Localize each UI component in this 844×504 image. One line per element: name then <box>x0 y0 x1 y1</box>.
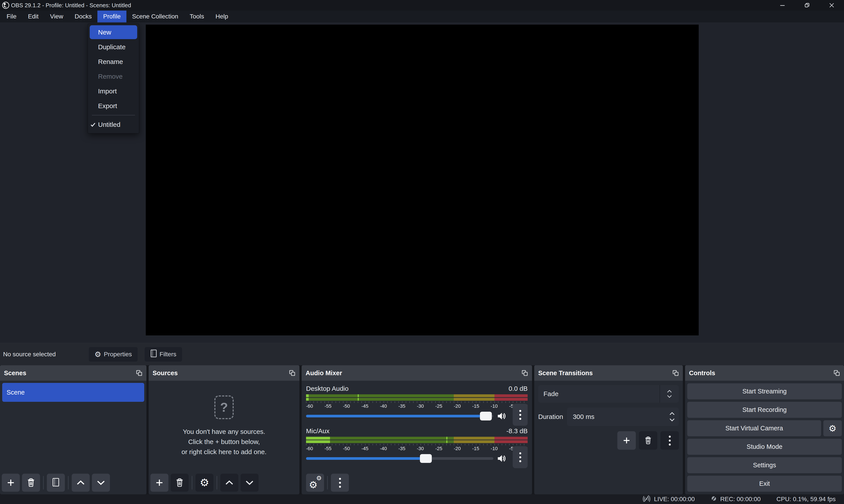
volume-slider[interactable] <box>306 457 493 460</box>
toolbar-separator <box>327 476 328 489</box>
scenes-panel-title: Scenes <box>4 370 26 377</box>
channel-options-button[interactable] <box>513 404 528 426</box>
restore-button[interactable] <box>795 0 820 11</box>
volume-slider[interactable] <box>306 415 493 417</box>
advanced-audio-button[interactable]: ⚙⚙ <box>306 474 324 492</box>
gears-icon: ⚙⚙ <box>309 477 321 488</box>
preview-canvas[interactable] <box>146 24 699 336</box>
window-controls <box>770 0 844 11</box>
transition-select[interactable]: Fade <box>538 385 679 403</box>
menu-help[interactable]: Help <box>210 11 234 22</box>
meter-scale-label: -35 <box>398 446 406 451</box>
meter-scale-label: -20 <box>454 446 461 451</box>
mixer-options-button[interactable] <box>331 474 349 492</box>
remove-source-button[interactable] <box>170 474 188 492</box>
chevron-down-icon <box>667 395 672 398</box>
minimize-button[interactable] <box>770 0 795 11</box>
move-source-down-button[interactable] <box>240 474 258 492</box>
meter-scale-label: -50 <box>343 446 350 451</box>
meter-scale-label: -50 <box>343 403 350 409</box>
kebab-icon <box>519 410 521 420</box>
select-spinner[interactable] <box>660 385 679 403</box>
chevron-up-icon <box>667 390 672 393</box>
obs-window: { "colors": { "accent": "#2f55c4", "mete… <box>0 0 844 504</box>
profile-menu-rename[interactable]: Rename <box>88 54 139 69</box>
studio-mode-button[interactable]: Studio Mode <box>687 439 842 455</box>
remove-transition-button[interactable] <box>639 431 657 450</box>
add-transition-button[interactable] <box>617 431 636 450</box>
remove-scene-button[interactable] <box>22 474 40 492</box>
add-source-button[interactable] <box>150 474 168 492</box>
meter-scale-label: -45 <box>361 403 369 409</box>
controls-body: Start Streaming Start Recording Start Vi… <box>685 381 844 494</box>
move-source-up-button[interactable] <box>220 474 238 492</box>
profile-menu-export[interactable]: Export <box>88 98 139 113</box>
volume-slider-handle[interactable] <box>480 412 492 420</box>
popout-icon[interactable] <box>521 370 528 376</box>
spinbox-arrows[interactable] <box>669 412 675 421</box>
move-scene-up-button[interactable] <box>72 474 90 492</box>
start-streaming-button[interactable]: Start Streaming <box>687 383 842 399</box>
mixer-channel-mic-aux: Mic/Aux -8.3 dB -60-55-50-45-40-35-30-25… <box>306 427 528 464</box>
sources-toolbar: ⚙ <box>149 471 300 494</box>
kebab-icon <box>669 436 671 446</box>
audio-mixer-title: Audio Mixer <box>306 370 342 377</box>
channel-level-db: 0.0 dB <box>508 385 528 392</box>
channel-options-button[interactable] <box>513 446 528 468</box>
meter-scale-label: -45 <box>361 446 369 451</box>
current-profile-label: Untitled <box>98 121 121 128</box>
scene-filters-button[interactable] <box>47 474 65 492</box>
scene-list-item[interactable]: Scene <box>2 383 144 402</box>
close-button[interactable] <box>820 0 844 11</box>
popout-icon[interactable] <box>833 370 840 376</box>
speaker-icon[interactable] <box>497 412 506 420</box>
audio-mixer-panel: Audio Mixer Desktop Audio 0.0 dB <box>302 365 532 494</box>
start-virtual-camera-button[interactable]: Start Virtual Camera <box>687 420 821 436</box>
chevron-down-icon <box>669 418 675 421</box>
move-scene-down-button[interactable] <box>92 474 110 492</box>
meter-scale-label: -20 <box>454 403 461 409</box>
start-recording-button[interactable]: Start Recording <box>687 402 842 418</box>
sources-list[interactable]: ? You don't have any sources. Click the … <box>149 381 300 494</box>
transition-options-button[interactable] <box>661 431 679 450</box>
profile-menu-current-profile[interactable]: Untitled <box>88 117 139 132</box>
menu-profile[interactable]: Profile <box>97 11 126 22</box>
menu-file[interactable]: File <box>1 11 22 22</box>
speaker-icon[interactable] <box>497 454 506 463</box>
mixer-toolbar: ⚙⚙ <box>306 471 528 494</box>
profile-menu-import[interactable]: Import <box>88 84 139 98</box>
volume-meter: -60-55-50-45-40-35-30-25-20-15-10-50 <box>306 437 528 452</box>
popout-icon[interactable] <box>136 370 142 376</box>
empty-state-line: or right click here to add one. <box>182 447 267 457</box>
profile-menu-popup: New Duplicate Rename Remove Import Expor… <box>88 24 139 133</box>
meter-scale-label: -25 <box>435 446 442 451</box>
filters-button[interactable]: Filters <box>145 347 182 362</box>
duration-spinbox[interactable]: 300 ms <box>567 408 679 426</box>
menu-docks[interactable]: Docks <box>69 11 97 22</box>
profile-menu-duplicate[interactable]: Duplicate <box>88 39 139 54</box>
meter-scale-label: -10 <box>491 403 498 409</box>
add-scene-button[interactable] <box>2 474 20 492</box>
source-properties-button[interactable]: ⚙ <box>195 474 214 492</box>
menu-edit[interactable]: Edit <box>22 11 44 22</box>
profile-menu-new[interactable]: New <box>90 25 137 39</box>
chevron-up-icon <box>225 480 233 485</box>
menu-tools[interactable]: Tools <box>184 11 210 22</box>
volume-slider-handle[interactable] <box>420 454 432 463</box>
menu-scene-collection[interactable]: Scene Collection <box>126 11 184 22</box>
meter-scale-label: -30 <box>417 403 424 409</box>
menu-view[interactable]: View <box>44 11 69 22</box>
stream-inactive-icon <box>642 495 651 504</box>
source-status-text: No source selected <box>3 351 56 358</box>
toolbar-separator <box>192 476 192 489</box>
popout-icon[interactable] <box>672 370 679 376</box>
channel-name: Desktop Audio <box>306 385 348 392</box>
exit-button[interactable]: Exit <box>687 476 842 492</box>
mixer-channel-desktop-audio: Desktop Audio 0.0 dB -60-55-50-45-40-35-… <box>306 384 528 422</box>
settings-button[interactable]: Settings <box>687 457 842 473</box>
properties-button[interactable]: ⚙ Properties <box>89 347 138 362</box>
kebab-icon <box>339 478 341 488</box>
popout-icon[interactable] <box>289 370 295 376</box>
checkmark-icon <box>88 122 98 127</box>
virtual-camera-config-button[interactable]: ⚙ <box>823 420 842 436</box>
